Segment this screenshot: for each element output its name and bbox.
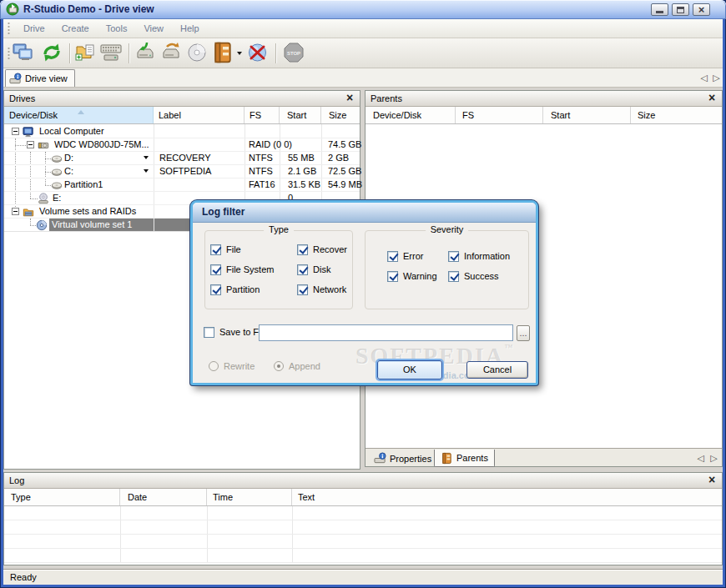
open-drive-files-icon[interactable] (134, 41, 159, 66)
save-file-input[interactable] (259, 324, 513, 341)
label-value: RECOVERY (159, 152, 211, 164)
tab-properties[interactable]: Properties (368, 450, 437, 467)
scan-icon[interactable] (99, 41, 124, 66)
error-checkbox[interactable] (387, 251, 398, 262)
remove-icon[interactable] (246, 41, 271, 66)
table-row[interactable]: WDC WD800JD-75M... RAID (0 0) 74.5 GB (4, 138, 360, 152)
refresh-icon[interactable] (40, 41, 65, 66)
column-size[interactable]: Size (631, 107, 722, 123)
file-system-checkbox[interactable] (210, 264, 221, 275)
column-label[interactable]: Label (154, 107, 245, 123)
fs-value: FAT16 (249, 178, 275, 191)
properties-icon (374, 452, 386, 465)
log-empty-row (4, 506, 722, 520)
information-checkbox[interactable] (448, 251, 459, 262)
open-image-file-icon[interactable] (74, 41, 99, 66)
log-dropdown-arrow[interactable] (237, 52, 242, 55)
ok-button[interactable]: OK (377, 360, 442, 379)
checkbox-network[interactable]: Network (297, 284, 346, 295)
column-date[interactable]: Date (120, 489, 207, 505)
table-row[interactable]: Partition1 FAT16 31.5 KB 54.9 MB (4, 178, 360, 192)
collapse-icon[interactable] (12, 128, 19, 135)
menu-view[interactable]: View (135, 19, 172, 38)
recover-icon[interactable] (159, 41, 184, 66)
log-settings-icon[interactable] (211, 41, 236, 66)
table-row[interactable]: Local Computer (4, 125, 360, 138)
browse-button[interactable]: ... (517, 325, 530, 341)
table-row[interactable]: C: SOFTPEDIA NTFS 2.1 GB 72.5 GB (4, 165, 360, 178)
drives-column-header: Device/Disk Label FS Start Size (4, 107, 360, 124)
collapse-icon[interactable] (12, 208, 19, 215)
tab-scroll-right-icon[interactable]: ▷ (708, 452, 719, 464)
tab-drive-view[interactable]: Drive view (5, 69, 75, 87)
device-name: C: (64, 165, 73, 178)
checkbox-success[interactable]: Success (448, 270, 499, 282)
column-fs[interactable]: FS (456, 107, 543, 123)
status-bar: Ready (3, 569, 723, 585)
connect-to-remote-icon[interactable] (12, 41, 37, 66)
close-button[interactable]: × (693, 3, 710, 16)
drives-close-icon[interactable]: × (344, 93, 355, 104)
type-group-label: Type (264, 224, 294, 234)
minimize-button[interactable] (651, 3, 668, 16)
disk-checkbox[interactable] (297, 264, 308, 275)
partition-checkbox[interactable] (210, 284, 221, 295)
toolbar-grip (8, 47, 10, 60)
checkbox-disk[interactable]: Disk (297, 264, 330, 275)
checkbox-warning[interactable]: Warning (387, 270, 437, 282)
label-value: SOFTPEDIA (159, 165, 211, 178)
column-device-disk[interactable]: Device/Disk (4, 107, 154, 123)
menu-tools[interactable]: Tools (98, 19, 136, 38)
checkbox-partition[interactable]: Partition (210, 284, 260, 295)
table-row[interactable]: D: RECOVERY NTFS 55 MB 2 GB (4, 152, 360, 165)
column-text[interactable]: Text (292, 489, 722, 505)
menu-help[interactable]: Help (172, 19, 208, 38)
maximize-button[interactable] (672, 3, 689, 16)
collapse-icon[interactable] (27, 141, 34, 148)
start-value: 31.5 KB (288, 178, 320, 191)
checkbox-recover[interactable]: Recover (297, 244, 347, 255)
network-checkbox[interactable] (297, 284, 308, 295)
partition-dropdown-icon[interactable] (144, 156, 149, 159)
create-image-icon[interactable] (185, 41, 210, 66)
size-value: 72.5 GB (328, 165, 361, 178)
recover-checkbox[interactable] (297, 244, 308, 255)
tab-scroll-left-icon[interactable]: ◁ (695, 452, 706, 464)
log-column-header: Type Date Time Text (4, 489, 722, 506)
checkbox-error[interactable]: Error (387, 250, 423, 262)
log-panel-header: Log × (4, 473, 722, 489)
device-name: Local Computer (39, 125, 104, 138)
title-bar: R-Studio Demo - Drive view × (0, 0, 726, 19)
warning-checkbox[interactable] (387, 271, 398, 282)
size-value: 2 GB (328, 152, 349, 164)
cancel-button[interactable]: Cancel (466, 361, 528, 379)
parents-close-icon[interactable]: × (706, 93, 718, 104)
checkbox-information[interactable]: Information (448, 250, 510, 262)
checkbox-file-system[interactable]: File System (210, 264, 274, 275)
success-checkbox[interactable] (448, 271, 459, 282)
column-size[interactable]: Size (321, 107, 360, 123)
menu-drive[interactable]: Drive (15, 19, 53, 38)
tab-scroll-right-icon[interactable]: ▷ (711, 72, 722, 83)
file-checkbox[interactable] (210, 244, 221, 255)
column-start[interactable]: Start (543, 107, 631, 123)
log-close-icon[interactable]: × (706, 475, 718, 486)
device-name: Partition1 (64, 178, 103, 191)
parents-tab-bar: Properties Parents ◁ ▷ (366, 448, 722, 466)
drive-view-icon (9, 73, 22, 85)
parents-icon (441, 452, 453, 465)
toolbar-separator (275, 43, 276, 63)
column-fs[interactable]: FS (245, 107, 280, 123)
tab-parents[interactable]: Parents (434, 450, 495, 467)
log-empty-row (4, 535, 722, 549)
checkbox-file[interactable]: File (210, 244, 241, 255)
column-device-disk[interactable]: Device/Disk (366, 107, 456, 123)
tab-scroll-left-icon[interactable]: ◁ (698, 72, 709, 83)
partition-dropdown-icon[interactable] (144, 169, 149, 173)
device-name: Virtual volume set 1 (49, 219, 154, 231)
column-type[interactable]: Type (4, 489, 120, 505)
column-time[interactable]: Time (207, 489, 292, 505)
menu-create[interactable]: Create (53, 19, 98, 38)
save-to-file-checkbox[interactable] (204, 327, 214, 338)
column-start[interactable]: Start (280, 107, 321, 123)
